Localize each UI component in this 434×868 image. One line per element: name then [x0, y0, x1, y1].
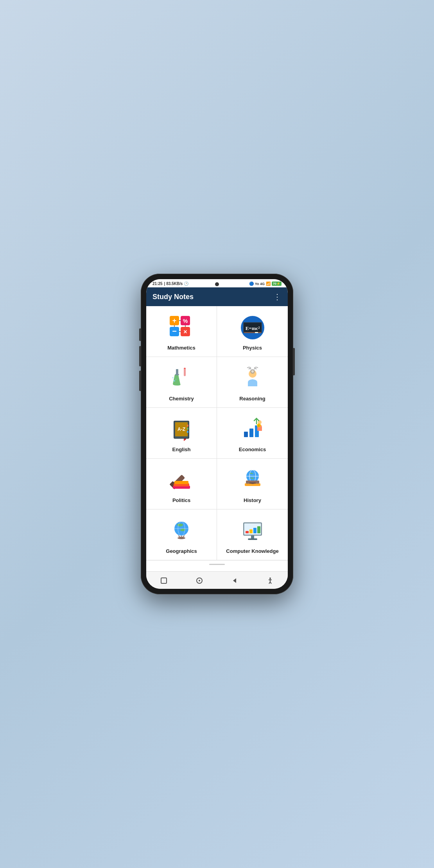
subject-item-computer[interactable]: Computer Knowledge	[217, 509, 288, 560]
network-icon: Yo 4G	[255, 282, 265, 286]
status-right: 🔵 Yo 4G 📶 70⚡	[249, 282, 282, 286]
battery-icon: 70⚡	[272, 282, 282, 286]
svg-rect-64	[253, 528, 256, 533]
phone-screen: 21:25 | 83.5KB/s 🕐 🔵 Yo 4G 📶 70⚡ Study N…	[146, 279, 288, 589]
power-button	[293, 348, 295, 375]
svg-rect-17	[255, 332, 258, 333]
status-time: 21:25	[152, 282, 163, 286]
politics-label: Politics	[172, 497, 190, 503]
history-label: History	[244, 497, 261, 503]
nav-home-button[interactable]	[192, 575, 207, 586]
chemistry-icon	[167, 364, 195, 393]
subject-item-physics[interactable]: E=mc² Physics	[217, 306, 288, 357]
subject-item-economics[interactable]: $ Economics	[217, 408, 288, 459]
economics-label: Economics	[239, 447, 266, 452]
computer-icon	[239, 517, 267, 545]
english-label: English	[172, 447, 191, 452]
svg-rect-36	[249, 429, 253, 437]
chemistry-label: Chemistry	[169, 396, 194, 402]
svg-rect-20	[184, 368, 186, 376]
svg-text:$: $	[258, 424, 260, 427]
subject-item-geographics[interactable]: Geographics	[146, 509, 217, 560]
subject-item-chemistry[interactable]: Chemistry	[146, 357, 217, 408]
svg-point-21	[184, 368, 186, 369]
status-left: 21:25 | 83.5KB/s 🕐	[152, 282, 188, 286]
svg-text:−: −	[172, 327, 177, 335]
svg-point-22	[174, 380, 175, 382]
nav-square-button[interactable]	[156, 575, 172, 586]
app-title: Study Notes	[152, 293, 194, 301]
svg-rect-18	[176, 369, 178, 375]
volume-up-button	[139, 328, 141, 341]
svg-rect-68	[161, 578, 167, 583]
svg-point-23	[172, 377, 174, 378]
svg-rect-34	[187, 431, 188, 433]
svg-rect-16	[244, 332, 261, 333]
bluetooth-icon: 🔵	[249, 282, 254, 286]
mathematics-label: Mathmetics	[167, 345, 195, 351]
svg-text:+: +	[172, 317, 177, 325]
menu-button[interactable]: ⋮	[273, 292, 282, 301]
geographics-icon	[167, 517, 195, 545]
svg-point-72	[269, 577, 271, 579]
subject-item-history[interactable]: History	[217, 459, 288, 509]
history-icon	[239, 466, 267, 494]
subject-item-mathematics[interactable]: + % − ×	[146, 306, 217, 357]
svg-text:E=mc²: E=mc²	[245, 325, 260, 331]
app-bar: Study Notes ⋮	[146, 287, 288, 306]
svg-rect-33	[187, 428, 188, 430]
english-icon: A-Z	[167, 415, 195, 443]
economics-icon: $	[239, 415, 267, 443]
mathematics-icon: + % − ×	[167, 314, 195, 342]
svg-point-24	[176, 379, 176, 380]
politics-icon	[167, 466, 195, 494]
svg-text:A-Z: A-Z	[178, 427, 185, 432]
silent-button	[139, 371, 141, 391]
svg-marker-71	[233, 578, 236, 583]
svg-point-70	[199, 580, 200, 581]
svg-rect-62	[246, 531, 249, 533]
svg-rect-46	[174, 481, 188, 484]
scroll-indicator	[146, 560, 288, 568]
svg-rect-65	[257, 526, 260, 533]
subject-grid: + % − ×	[146, 306, 288, 560]
geographics-label: Geographics	[166, 548, 197, 554]
svg-rect-53	[249, 482, 256, 484]
subject-item-english[interactable]: A-Z English	[146, 408, 217, 459]
bottom-navigation	[146, 571, 288, 589]
subject-grid-container: + % − ×	[146, 306, 288, 571]
physics-label: Physics	[243, 345, 262, 351]
subject-item-reasoning[interactable]: Reasoning	[217, 357, 288, 408]
subject-item-politics[interactable]: Politics	[146, 459, 217, 509]
svg-rect-67	[248, 538, 257, 540]
svg-point-19	[175, 374, 179, 375]
computer-label: Computer Knowledge	[226, 548, 278, 554]
svg-rect-35	[244, 432, 248, 437]
svg-rect-63	[249, 529, 253, 533]
svg-text:×: ×	[183, 328, 187, 335]
camera	[215, 282, 219, 286]
svg-point-27	[251, 370, 254, 373]
volume-down-button	[139, 346, 141, 366]
nav-accessibility-button[interactable]	[262, 575, 278, 586]
svg-line-76	[270, 582, 271, 584]
signal-icon: 📶	[266, 282, 271, 286]
reasoning-label: Reasoning	[239, 396, 265, 402]
scroll-dot	[209, 564, 225, 565]
status-network: | 83.5KB/s 🕐	[164, 282, 189, 286]
svg-text:%: %	[183, 318, 188, 324]
nav-back-button[interactable]	[227, 575, 242, 586]
svg-rect-66	[251, 536, 254, 539]
physics-icon: E=mc²	[239, 314, 267, 342]
svg-rect-32	[187, 425, 188, 427]
phone-frame: 21:25 | 83.5KB/s 🕐 🔵 Yo 4G 📶 70⚡ Study N…	[141, 274, 293, 594]
reasoning-icon	[239, 364, 267, 393]
